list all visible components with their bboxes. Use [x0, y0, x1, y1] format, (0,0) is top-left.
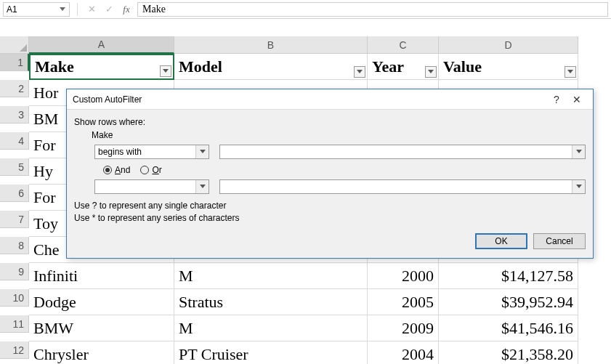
row-header[interactable]: 4: [0, 132, 29, 150]
cell-text: Infiniti: [33, 267, 78, 286]
cell-text: 2005: [402, 293, 434, 312]
cell[interactable]: 2009: [368, 315, 439, 341]
cell-text: Dodge: [33, 293, 76, 312]
cell[interactable]: $41,546.16: [439, 315, 578, 341]
and-radio[interactable]: And: [103, 165, 130, 175]
cell[interactable]: $39,952.94: [439, 289, 578, 315]
chevron-down-icon[interactable]: [572, 180, 585, 193]
cancel-button[interactable]: Cancel: [533, 233, 586, 249]
chevron-down-icon[interactable]: [195, 145, 209, 158]
custom-autofilter-dialog: Custom AutoFilter ? ✕ Show rows where: M…: [66, 89, 594, 259]
value1-combo[interactable]: [219, 145, 586, 159]
chevron-down-icon[interactable]: [572, 145, 585, 158]
cell-text: $14,127.58: [501, 267, 573, 286]
formula-input[interactable]: Make: [137, 2, 608, 17]
cell[interactable]: BMW: [29, 315, 174, 341]
svg-marker-2: [357, 70, 363, 73]
cell-text: 2009: [402, 319, 434, 338]
column-header-C[interactable]: C: [368, 36, 439, 54]
separator: [77, 3, 78, 16]
cell[interactable]: 2000: [368, 263, 439, 289]
cell[interactable]: Stratus: [174, 289, 368, 315]
row-header[interactable]: 7: [0, 211, 29, 228]
filter-button-year[interactable]: [425, 66, 437, 78]
cell[interactable]: M: [174, 263, 368, 289]
field-name-label: Make: [92, 130, 586, 140]
close-button[interactable]: ✕: [567, 92, 587, 107]
cell-A1[interactable]: Make: [29, 54, 174, 80]
value2-combo[interactable]: [219, 179, 586, 194]
select-all-corner[interactable]: [0, 36, 29, 54]
blank-strip: [0, 19, 611, 36]
cell-text: $41,546.16: [501, 319, 573, 338]
cell-B1[interactable]: Model: [174, 54, 368, 80]
cell-D1[interactable]: Value: [439, 54, 578, 80]
column-header-A[interactable]: A: [29, 36, 174, 54]
hint-text: Use ? to represent any single character …: [74, 200, 586, 225]
radio-icon: [140, 166, 149, 174]
enter-icon: ✓: [102, 3, 116, 16]
filter-button-value[interactable]: [565, 66, 576, 78]
hint2: Use * to represent any series of charact…: [74, 212, 586, 225]
row-header[interactable]: 3: [0, 106, 29, 124]
row-header[interactable]: 10: [0, 289, 29, 307]
cell[interactable]: Chrysler: [29, 341, 174, 364]
dialog-titlebar[interactable]: Custom AutoFilter ? ✕: [67, 89, 593, 110]
radio-icon: [103, 166, 112, 174]
cell-text: M: [179, 267, 193, 286]
ok-button[interactable]: OK: [475, 233, 527, 249]
show-rows-where-label: Show rows where:: [74, 117, 586, 127]
header-year: Year: [372, 57, 404, 76]
cell-text: $39,952.94: [501, 293, 573, 312]
row-header[interactable]: 8: [0, 237, 29, 254]
ok-label: OK: [495, 236, 507, 246]
row-header-1[interactable]: 1: [0, 54, 29, 71]
svg-marker-1: [163, 69, 169, 73]
column-header-B[interactable]: B: [174, 36, 368, 54]
cell[interactable]: M: [174, 315, 368, 341]
fx-icon[interactable]: fx: [120, 3, 133, 16]
cell-text: For: [33, 136, 56, 155]
cell[interactable]: $21,358.20: [439, 341, 578, 364]
filter-button-make[interactable]: [160, 65, 171, 77]
row-header[interactable]: 6: [0, 185, 29, 202]
row-header[interactable]: 11: [0, 315, 29, 333]
cell[interactable]: PT Cruiser: [174, 341, 368, 364]
cancel-icon: ✕: [85, 3, 98, 16]
cell-text: BM: [33, 110, 58, 129]
cell-text: Toy: [33, 214, 58, 233]
svg-marker-8: [576, 185, 582, 188]
cancel-label: Cancel: [546, 236, 572, 246]
or-radio[interactable]: Or: [140, 165, 161, 175]
row-header[interactable]: 2: [0, 80, 29, 97]
column-header-D[interactable]: D: [439, 36, 578, 54]
svg-marker-5: [200, 150, 206, 153]
cell[interactable]: 2004: [368, 341, 439, 364]
row-header[interactable]: 9: [0, 263, 29, 280]
cell-text: For: [33, 188, 56, 207]
cell[interactable]: Infiniti: [29, 263, 174, 289]
hint1: Use ? to represent any single character: [74, 200, 586, 212]
chevron-down-icon[interactable]: [57, 4, 68, 15]
cell[interactable]: Dodge: [29, 289, 174, 315]
svg-marker-6: [576, 150, 582, 153]
cell[interactable]: 2005: [368, 289, 439, 315]
name-box[interactable]: A1: [3, 2, 70, 17]
logic-radio-row: And Or: [103, 165, 586, 175]
cell-text: Chrysler: [33, 345, 89, 364]
cell[interactable]: $14,127.58: [439, 263, 578, 289]
cell-text: Hy: [33, 162, 53, 181]
formula-value: Make: [142, 4, 166, 15]
row-header[interactable]: 12: [0, 341, 29, 359]
svg-marker-4: [567, 70, 573, 73]
help-button[interactable]: ?: [546, 92, 567, 107]
filter-button-model[interactable]: [354, 66, 365, 78]
header-model: Model: [179, 57, 222, 76]
cell-text: 2000: [402, 267, 434, 286]
cell-text: 2004: [402, 345, 434, 364]
chevron-down-icon[interactable]: [195, 180, 209, 193]
row-header[interactable]: 5: [0, 158, 29, 176]
condition1-combo[interactable]: begins with: [94, 145, 209, 159]
cell-C1[interactable]: Year: [368, 54, 439, 80]
condition2-combo[interactable]: [94, 179, 209, 194]
